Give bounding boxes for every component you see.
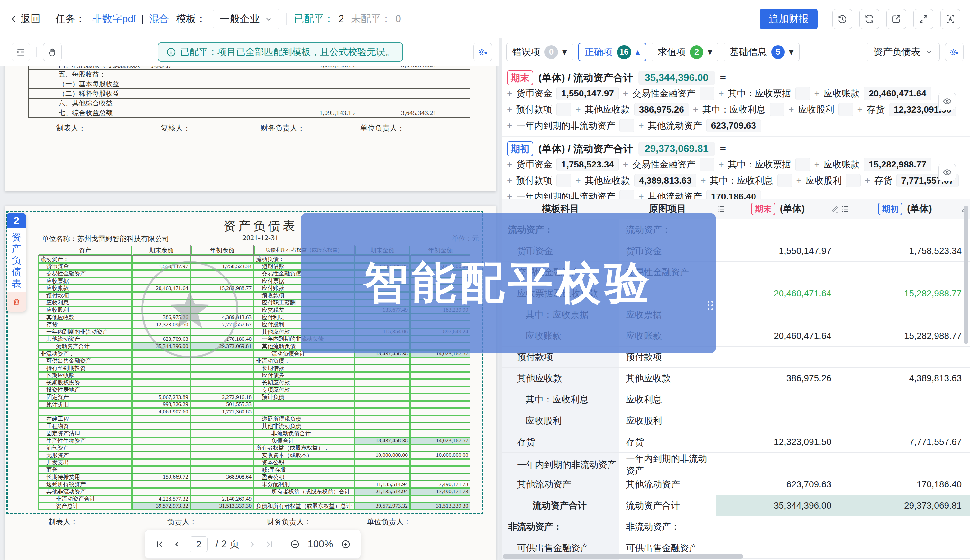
signature-label: 单位负责人：: [360, 123, 405, 133]
viewer-settings-button[interactable]: [473, 43, 492, 62]
append-report-button[interactable]: 追加财报: [760, 9, 818, 29]
eye-button[interactable]: [938, 93, 956, 110]
formula-total-value[interactable]: 29,373,069.81: [638, 142, 715, 156]
match-table-row[interactable]: 应收股利应收股利: [502, 410, 970, 432]
term-label: 其他流动资产: [648, 120, 702, 132]
top-header-bar: 返回 任务： 非数字pdf | 混合 模板： 一般企业 已配平： 2 未配平： …: [0, 0, 970, 38]
scan-asset-row: 油气资产: [38, 444, 254, 452]
term-value-box[interactable]: 4,389,813.63: [634, 174, 697, 187]
term-value-box[interactable]: 15,282,988.77: [864, 158, 931, 171]
formula-line: +货币资金1,758,523.34+交易性金融资产+其中：应收票据+应收账款15…: [502, 158, 970, 171]
filter-button-基础信息[interactable]: 基础信息5▼: [724, 43, 800, 62]
original-item-cell: 存货: [619, 432, 716, 452]
match-table-row[interactable]: 非流动资产：非流动资产：: [502, 516, 970, 537]
outline-button[interactable]: [12, 43, 30, 62]
term-value-box[interactable]: 386,975.26: [634, 103, 689, 117]
term-value-box[interactable]: [556, 174, 571, 187]
term-label: 存货: [867, 103, 885, 116]
count-badge: 0: [544, 45, 558, 59]
current-page-input[interactable]: 2: [190, 536, 208, 552]
history-button[interactable]: [832, 9, 852, 29]
match-table-row[interactable]: 一年内到期的非流动资产一年内到期的非流动资产: [502, 453, 970, 474]
chevron-up-icon: ▲: [636, 48, 640, 56]
column-list-icon[interactable]: [716, 204, 726, 214]
term-label: 预付款项: [516, 103, 552, 116]
scan-liability-row: 其他非流动负债: [254, 423, 470, 430]
next-page-button[interactable]: [247, 540, 257, 549]
delete-document-button[interactable]: [7, 292, 26, 312]
match-table-row[interactable]: 持有至到期投资持有至到期投资: [502, 559, 970, 560]
horizontal-scrollbar[interactable]: [503, 554, 743, 559]
column-list-icon[interactable]: [840, 204, 850, 214]
formula-line: +货币资金1,550,147.97+交易性金融资产+其中：应收票据+应收账款20…: [502, 87, 970, 100]
scan-liability-row: 实收资本（或股本）10,000,000.0010,000,000.00: [254, 452, 470, 459]
drag-handle-icon[interactable]: [708, 300, 713, 310]
term-value-box[interactable]: [777, 174, 792, 187]
end-value-cell: [716, 410, 840, 431]
match-table-row[interactable]: 流动资产合计流动资产合计35,344,396.0029,373,069.81: [502, 495, 970, 516]
begin-column-header: 期初 (单体): [840, 199, 970, 219]
plus-operator: +: [507, 88, 512, 99]
original-item-cell: 流动资产合计: [619, 495, 716, 516]
term-value-box[interactable]: 1,550,147.97: [556, 87, 619, 100]
last-page-button[interactable]: [264, 540, 274, 549]
scan-liability-row: [254, 408, 470, 415]
task-mode-link[interactable]: 混合: [149, 12, 169, 26]
template-select[interactable]: 一般企业: [213, 9, 279, 29]
term-value-box[interactable]: [795, 158, 810, 171]
pan-tool-button[interactable]: [43, 43, 62, 62]
sheet-select[interactable]: 资产负债表: [867, 43, 940, 62]
term-label: 存货: [874, 175, 892, 187]
task-type-link[interactable]: 非数字pdf: [92, 12, 136, 26]
filter-button-正确项[interactable]: 正确项16▲: [578, 43, 647, 62]
zoom-out-button[interactable]: [290, 540, 300, 549]
match-table-row[interactable]: 其中：应收利息应收利息: [502, 389, 970, 410]
term-label: 其中：应收票据: [728, 87, 791, 100]
document-tab[interactable]: 2 资产负债表: [7, 213, 26, 312]
scan-assets-begin-col: 年初余额: [191, 245, 254, 255]
end-value-cell: 623,709.63: [716, 474, 840, 495]
plus-operator: +: [718, 88, 724, 99]
end-period-suffix: (单体): [780, 203, 805, 215]
formula-total-value[interactable]: 35,344,396.00: [638, 71, 715, 85]
begin-value-cell: [840, 304, 970, 325]
back-button[interactable]: 返回: [10, 12, 40, 26]
unbalanced-label: 未配平：: [351, 12, 391, 26]
refresh-button[interactable]: [859, 9, 879, 29]
match-table-row[interactable]: 存货存货12,323,091.507,771,557.67: [502, 432, 970, 453]
back-label: 返回: [20, 12, 40, 26]
ocr-button[interactable]: [940, 9, 960, 29]
term-value-box[interactable]: [795, 87, 810, 100]
term-value-box[interactable]: [619, 119, 634, 132]
vertical-scrollbar[interactable]: [963, 206, 968, 344]
match-settings-button[interactable]: [945, 43, 963, 62]
fullscreen-button[interactable]: [913, 9, 933, 29]
term-value-box[interactable]: 1,758,523.34: [556, 158, 619, 171]
end-value-cell: 20,460,471.64: [716, 283, 840, 304]
term-value-box[interactable]: [770, 103, 785, 117]
eye-button[interactable]: [938, 163, 956, 181]
filter-button-错误项[interactable]: 错误项0▼: [506, 43, 573, 62]
match-table-row[interactable]: 其他应收款其他应收款386,975.264,389,813.63: [502, 368, 970, 389]
term-value-box[interactable]: [700, 158, 714, 171]
term-value-box[interactable]: [846, 174, 861, 187]
match-table-row[interactable]: 其他流动资产其他流动资产623,709.63170,186.40: [502, 474, 970, 495]
term-value-box[interactable]: [556, 103, 571, 117]
formula-line: +预付款项+其他应收款386,975.26+其中：应收利息+应收股利+存货12,…: [502, 103, 970, 117]
count-badge: 2: [690, 45, 703, 59]
prev-page-button[interactable]: [172, 540, 182, 549]
filter-button-求值项[interactable]: 求值项2▼: [651, 43, 718, 62]
term-value-box[interactable]: 20,460,471.64: [864, 87, 931, 100]
income-statement-row: 六、其他综合收益: [29, 99, 470, 108]
term-value-box[interactable]: 623,709.63: [706, 119, 761, 132]
term-value-box[interactable]: [838, 103, 853, 117]
term-label: 其他应收款: [585, 175, 630, 187]
filter-label: 正确项: [585, 46, 613, 58]
plus-operator: +: [701, 175, 706, 186]
zoom-in-button[interactable]: [341, 540, 351, 549]
term-label: 货币资金: [516, 158, 552, 171]
export-button[interactable]: [887, 9, 906, 29]
edit-pencil-icon[interactable]: [830, 204, 840, 214]
term-value-box[interactable]: [700, 87, 714, 100]
first-page-button[interactable]: [155, 540, 165, 549]
